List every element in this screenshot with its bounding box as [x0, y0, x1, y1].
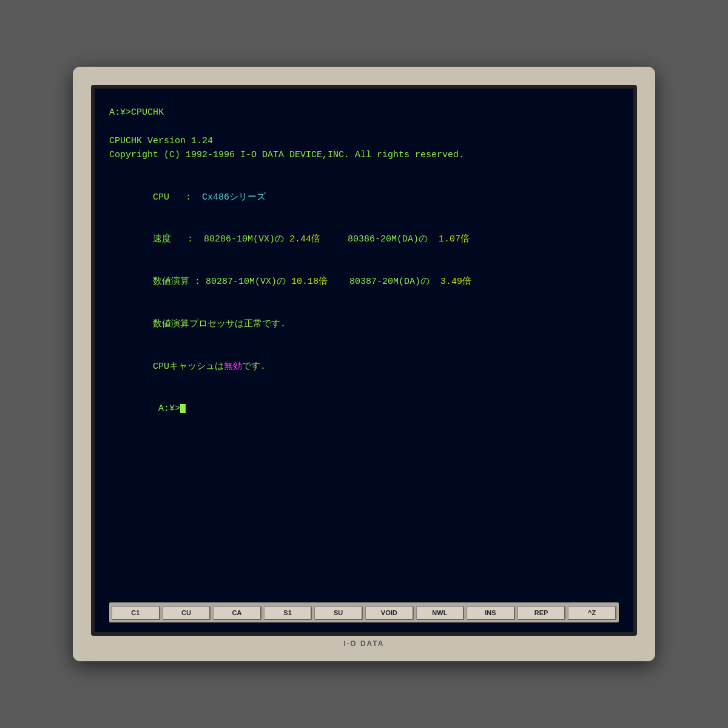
version-line: CPUCHK Version 1.24 — [109, 134, 619, 148]
fn-key-su[interactable]: SU — [314, 606, 363, 620]
cpu-line: CPU : Cx486シリーズ — [109, 176, 619, 218]
monitor-screen: A:¥>CPUCHK CPUCHK Version 1.24 Copyright… — [91, 85, 637, 636]
monitor-brand: I·O DATA — [91, 636, 637, 649]
cursor — [180, 404, 186, 413]
fn-key-ca[interactable]: CA — [213, 606, 261, 620]
fn-key-cz[interactable]: ^Z — [568, 606, 616, 620]
fn-key-cu[interactable]: CU — [163, 606, 211, 620]
fn-key-c1[interactable]: C1 — [112, 606, 160, 620]
terminal-output: A:¥>CPUCHK CPUCHK Version 1.24 Copyright… — [109, 106, 619, 596]
monitor-frame: A:¥>CPUCHK CPUCHK Version 1.24 Copyright… — [73, 67, 655, 661]
fn-key-rep[interactable]: REP — [517, 606, 566, 620]
fn-key-nwl[interactable]: NWL — [416, 606, 465, 620]
command-line: A:¥>CPUCHK — [109, 106, 619, 120]
function-key-bar: C1 CU CA S1 SU VOID NWL INS REP ^Z — [109, 602, 619, 622]
final-prompt-line: A:¥> — [109, 388, 619, 430]
math-line: 数値演算 : 80287-10M(VX)の 10.18倍 80387-20M(D… — [109, 261, 619, 303]
fn-key-ins[interactable]: INS — [467, 606, 515, 620]
fn-key-void[interactable]: VOID — [365, 606, 414, 620]
speed-line: 速度 : 80286-10M(VX)の 2.44倍 80386-20M(DA)の… — [109, 218, 619, 261]
fpu-status-line: 数値演算プロセッサは正常です. — [109, 303, 619, 346]
cache-status-line: CPUキャッシュは無効です. — [109, 345, 619, 388]
copyright-line: Copyright (C) 1992-1996 I-O DATA DEVICE,… — [109, 148, 619, 162]
fn-key-s1[interactable]: S1 — [264, 606, 312, 620]
